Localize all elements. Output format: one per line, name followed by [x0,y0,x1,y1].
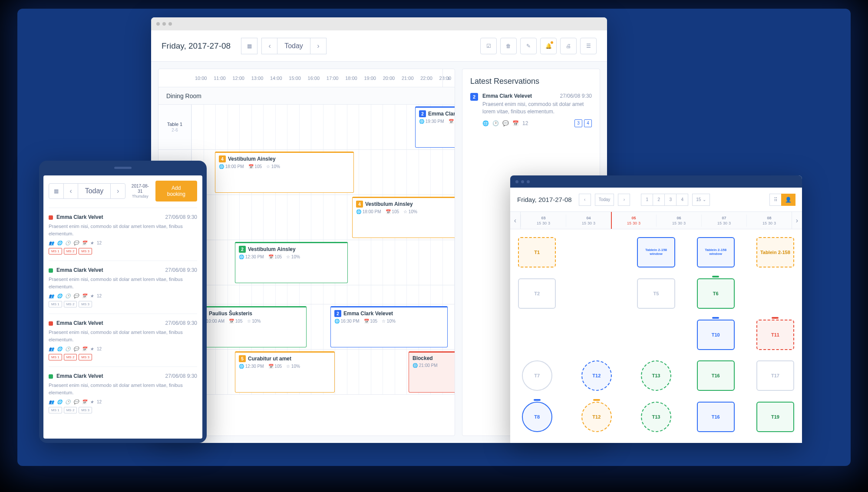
mobile-reservation-card[interactable]: Emma Clark Velvet 27/06/08 9:30 Praesent… [49,367,197,419]
scroll-left-button[interactable]: ‹ [510,212,521,229]
hour-block[interactable]: 0815 30 3 [746,215,792,227]
status-tag: MS 1 [49,407,62,413]
guest-count-badge: 2 [470,93,478,101]
reservation-date: 27/06/08 9:30 [165,373,197,379]
status-tag: MS 1 [49,248,62,254]
prev-day-button[interactable]: ‹ [63,183,79,199]
floor-table[interactable]: T1 [518,237,556,267]
guest-name: Paulius Šuksteris [209,310,252,317]
hour-block[interactable]: 0415 30 3 [566,215,611,227]
booking-card[interactable]: 2Emma Clark Velevet🌐 19:30 PM📅 105☆ 10% [415,106,455,148]
booking-card[interactable]: 5Curabitur ut amet🌐 12:30 PM📅 105☆ 10% [235,351,335,393]
seat-view-button[interactable]: 👤 [781,194,795,206]
person-icon: 👥 [49,294,54,298]
bell-icon-button[interactable]: 🔔 [540,38,557,54]
page-last[interactable]: 15 ⌄ [692,194,710,206]
reservation-note: Praesent enim nisi, commodo sit dolar am… [482,101,592,116]
booking-card[interactable]: 2Vestibulum Ainsley🌐 12:30 PM📅 105☆ 10% [235,242,348,283]
floor-table[interactable]: T10 [697,320,735,350]
calendar-icon: 📅 [82,241,87,245]
next-day-button[interactable]: › [618,194,630,206]
floor-table[interactable]: T12 [581,402,612,432]
reservation-date: 27/06/08 9:30 [560,93,592,99]
floor-table[interactable]: T2 [518,278,556,309]
print-icon-button[interactable]: 🖨 [560,38,577,54]
hour-block[interactable]: 0315 30 3 [521,215,566,227]
table-marker [712,276,719,277]
guests-icon: 📅 105 [229,319,242,324]
chat-icon: 💬 [73,294,79,298]
scroll-right-button[interactable]: › [442,69,455,87]
calendar-icon-button[interactable]: ▦ [49,183,64,199]
page-number-button[interactable]: 1 [641,194,653,206]
today-button[interactable]: Today [595,194,614,206]
globe-icon: 🌐 [482,120,489,126]
mobile-reservation-card[interactable]: Emma Clark Velvet 27/06/08 9:30 Praesent… [49,261,197,314]
reservation-card[interactable]: 2 Emma Clark Velevet 27/06/08 9:30 Praes… [470,93,592,127]
floor-table[interactable]: T6 [697,278,735,309]
table-marker [534,399,541,401]
page-number-button[interactable]: 4 [676,194,688,206]
floor-table[interactable]: T17 [756,360,794,391]
floor-table[interactable]: T12 [581,360,612,391]
status-chip[interactable]: 4 [584,119,592,127]
tablet-titlebar [510,175,802,188]
score-icon: ☆ 10% [247,319,261,324]
mobile-reservation-card[interactable]: Emma Clark Velvet 27/06/08 9:30 Praesent… [49,314,197,367]
edit-icon-button[interactable]: ✎ [520,38,537,54]
calendar-icon-button[interactable]: ▦ [241,38,257,54]
status-chip[interactable]: 3 [574,119,582,127]
guests-icon: 📅 105 [386,209,399,214]
hour-block[interactable]: 0615 30 3 [656,215,701,227]
star-icon: ★ [90,241,94,245]
floor-table[interactable]: T5 [637,278,675,309]
add-booking-button[interactable]: Add booking [155,181,197,201]
floor-table[interactable]: T13 [641,402,671,432]
prev-day-button[interactable]: ‹ [579,194,591,206]
floor-table[interactable]: T8 [522,402,552,432]
floor-table[interactable]: T13 [641,360,671,391]
booking-card[interactable]: Blocked🌐 21:00 PM [409,351,455,393]
booking-card[interactable]: 2Emma Clark Velevet🌐 16:30 PM📅 105☆ 10% [330,306,448,347]
section-label: Dining Room [158,87,455,105]
page-number-button[interactable]: 3 [664,194,677,206]
hour-label: 17:00 [323,76,342,81]
booking-card[interactable]: 2Paulius Šuksteris🌐 10:00 AM📅 105☆ 10% [196,306,307,347]
guest-name: Vestibulum Ainsley [228,156,276,162]
next-day-button[interactable]: › [110,183,125,199]
today-button[interactable]: Today [78,183,111,199]
trash-icon-button[interactable]: 🗑 [500,38,517,54]
check-icon-button[interactable]: ☑ [480,38,497,54]
floor-table[interactable]: T7 [522,360,552,391]
hour-block[interactable]: 0515 30 3 [611,215,656,227]
floor-table[interactable]: Tablein 2-158 window [697,237,735,267]
floor-table[interactable]: Tablein 2-158 [756,237,794,267]
booking-card[interactable]: 4Vestibulum Ainsley🌐 18:00 PM📅 105☆ 10% [352,197,455,238]
page-number-button[interactable]: 2 [653,194,665,206]
status-tag: MS 2 [64,407,77,413]
current-date-title: Friday, 2017-27-08 [162,41,231,51]
score-icon: ☆ 10% [266,164,280,169]
table-marker [593,399,600,401]
star-icon: ★ [90,400,94,404]
floor-table[interactable]: T16 [697,402,735,432]
prev-day-button[interactable]: ‹ [261,38,278,54]
hour-block[interactable]: 0715 30 3 [701,215,746,227]
floor-table[interactable]: Tablein 2-158 window [637,237,675,267]
mobile-reservation-card[interactable]: Emma Clark Velvet 27/06/08 9:30 Praesent… [49,208,197,261]
guests-icon: 📅 105 [449,119,455,124]
scroll-right-button[interactable]: › [792,212,802,229]
guest-name: Emma Clark Velevet [482,93,532,99]
today-button[interactable]: Today [277,38,310,54]
mobile-toolbar: ▦ ‹ Today › 2017-08-31 Thursday Add book… [49,181,197,201]
grid-view-button[interactable]: ⠿ [769,194,782,206]
floor-table[interactable]: T11 [756,320,794,350]
chat-icon: 💬 [73,400,79,404]
list-icon-button[interactable]: ☰ [580,38,597,54]
floor-table[interactable]: T16 [697,360,735,391]
next-day-button[interactable]: › [310,38,327,54]
clock-icon: 🕑 [492,120,499,126]
floor-table[interactable]: T19 [756,402,794,432]
booking-card[interactable]: 4Vestibulum Ainsley🌐 18:00 PM📅 105☆ 10% [215,152,354,193]
calendar-icon: 📅 [82,347,87,351]
